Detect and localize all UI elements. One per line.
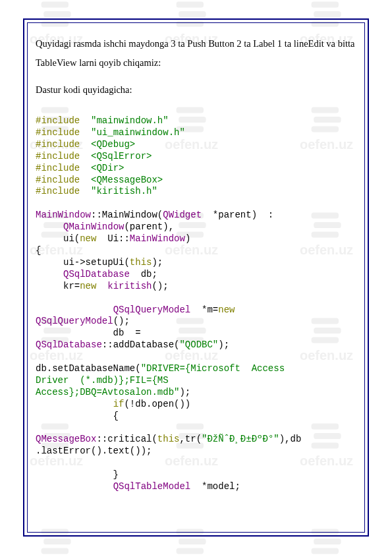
paragraph-2: Dastur kodi quyidagicha: xyxy=(36,80,356,100)
code-block: #include "mainwindow.h"#include "ui_main… xyxy=(36,115,356,493)
paragraph-1: Quyidagi rasmda ishchi maydonga 3 ta Pus… xyxy=(36,34,356,73)
page-content: Quyidagi rasmda ishchi maydonga 3 ta Pus… xyxy=(34,34,358,521)
